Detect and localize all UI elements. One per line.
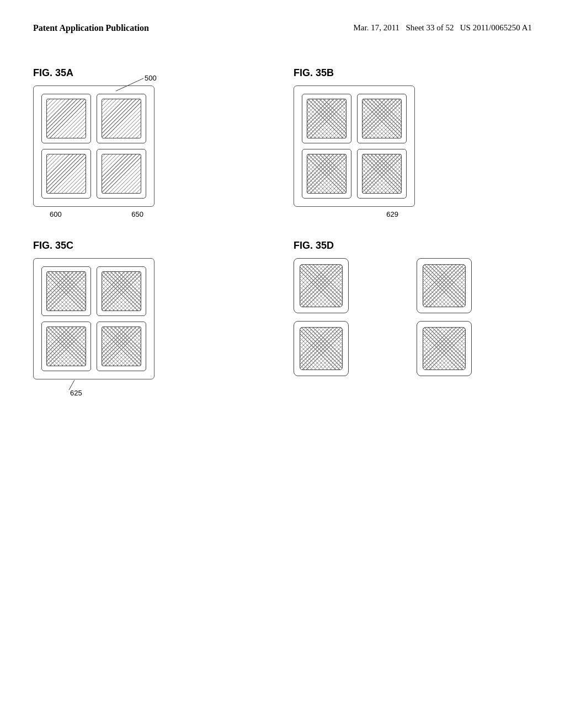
fig-35a-cell-1 [41,94,91,143]
fig-35c-cell-2 [97,266,146,316]
fig-35d-cell-1-inner [300,264,343,307]
fig-35b-grid [302,94,407,199]
fig-35c-cell-3 [41,322,91,371]
annotation-625: 625 [61,380,88,396]
fig-35a-grid [41,94,146,199]
figure-35c: FIG. 35C [33,240,271,379]
fig-35c-cell-1-inner [46,271,86,311]
fig-35b-cell-3 [302,149,351,199]
fig-35b-cell-3-inner [307,154,347,194]
fig-35b-cell-4-inner [362,154,402,194]
fig-35a-cell-3 [41,149,91,199]
fig-35d-cell-2-inner [423,264,466,307]
fig-35b-cell-4 [357,149,407,199]
fig-35d-cells [294,258,532,376]
fig-35d-cell-2 [417,258,472,313]
annotation-650: 650 [131,209,143,219]
fig-35c-label: FIG. 35C [33,240,271,251]
header-info: Mar. 17, 2011 Sheet 33 of 52 US 2011/006… [354,22,532,34]
page-header: Patent Application Publication Mar. 17, … [0,0,565,34]
fig-35d-cell-3 [294,321,349,376]
fig-35d-cell-4 [417,321,472,376]
fig-35a-outer-box [33,85,154,207]
svg-text:500: 500 [145,74,157,82]
fig-35a-cell-4 [97,149,146,199]
fig-35c-cell-3-inner [46,326,86,366]
svg-text:625: 625 [70,389,82,397]
pub-date: Mar. 17, 2011 [354,23,400,32]
fig-35d-cell-1 [294,258,349,313]
figures-grid: FIG. 35A [33,67,532,379]
fig-35a-cell-2-inner [102,99,141,138]
fig-35c-cell-4 [97,322,146,371]
fig-35a-cell-1-inner [46,99,86,138]
fig-35d-cell-4-inner [423,327,466,370]
annotation-500: 500 [116,76,160,94]
fig-35a-cell-3-inner [46,154,86,194]
fig-35a-cell-4-inner [102,154,141,194]
figure-35d: FIG. 35D [294,240,532,379]
figure-35a: FIG. 35A [33,67,271,207]
fig-35c-outer-box [33,258,154,379]
sheet-info: Sheet 33 of 52 [406,23,454,32]
fig-35d-label: FIG. 35D [294,240,532,251]
annotation-629: 629 [386,209,398,219]
fig-35c-cell-1 [41,266,91,316]
fig-35a-cell-2 [97,94,146,143]
fig-35b-label: FIG. 35B [294,67,532,79]
patent-number: US 2011/0065250 A1 [460,23,532,32]
fig-35b-outer-box [294,85,415,207]
fig-35d-cell-3-inner [300,327,343,370]
fig-35b-cell-2 [357,94,407,143]
fig-35c-cell-2-inner [102,271,141,311]
annotation-600: 600 [50,209,62,219]
fig-35b-cell-1 [302,94,351,143]
fig-35c-cell-4-inner [102,326,141,366]
main-content: FIG. 35A [0,34,565,402]
fig-35b-cell-2-inner [362,99,402,138]
fig-35b-cell-1-inner [307,99,347,138]
figure-35b: FIG. 35B [294,67,532,207]
svg-line-0 [116,78,143,91]
publication-title: Patent Application Publication [33,22,149,34]
fig-35c-grid [41,266,146,371]
